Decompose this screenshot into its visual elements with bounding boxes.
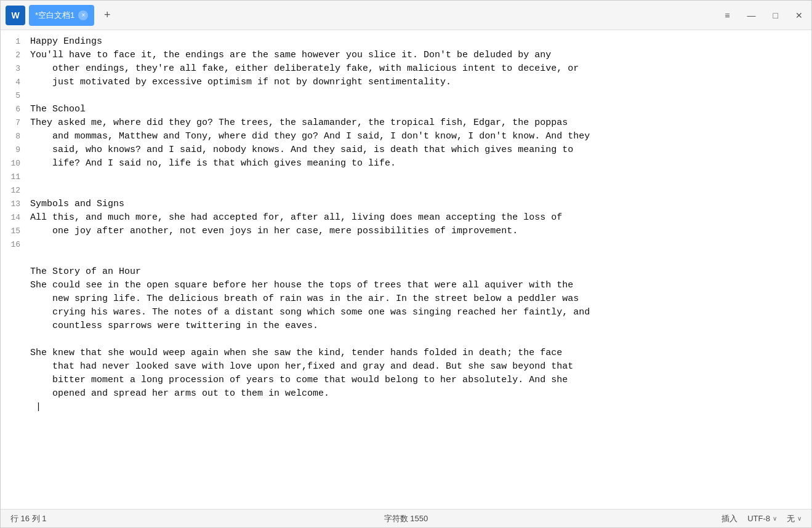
editor-line: Happy Endings xyxy=(30,35,802,49)
status-bar: 行 16 列 1 字符数 1550 插入 UTF-8 ∨ 无 ∨ xyxy=(1,509,811,527)
line-ending-selector[interactable]: 无 ∨ xyxy=(787,513,802,524)
editor-line: You'll have to face it, the endings are … xyxy=(30,49,802,89)
editor-line: They asked me, where did they go? The tr… xyxy=(30,116,802,170)
maximize-button[interactable]: □ xyxy=(770,8,782,23)
line-ending-dropdown-arrow: ∨ xyxy=(797,515,802,522)
editor-line: She could see in the open square before … xyxy=(30,279,802,333)
editor-content[interactable]: Happy EndingsYou'll have to face it, the… xyxy=(25,30,811,509)
line-ending-label: 无 xyxy=(787,513,795,524)
line-number: 1 xyxy=(1,35,25,49)
editor-container: 12345678910111213141516 Happy EndingsYou… xyxy=(1,30,811,509)
app-icon: W xyxy=(6,6,25,25)
editor-line xyxy=(30,333,802,346)
line-number: 16 xyxy=(1,238,25,252)
cursor-position: 行 16 列 1 xyxy=(10,513,274,524)
encoding-label: UTF-8 xyxy=(747,514,770,523)
status-right: 插入 UTF-8 ∨ 无 ∨ xyxy=(538,513,802,524)
active-tab[interactable]: *空白文档1 × xyxy=(29,5,94,26)
editor-line xyxy=(30,170,802,184)
encoding-selector[interactable]: UTF-8 ∨ xyxy=(747,514,777,523)
line-number: 5 xyxy=(1,89,25,103)
editor-line: All this, and much more, she had accepte… xyxy=(30,211,802,238)
char-count: 字符数 1550 xyxy=(274,513,537,524)
title-bar-right: ≡ — □ ✕ xyxy=(721,8,806,23)
line-number: 9 xyxy=(1,143,25,157)
editor-line xyxy=(30,252,802,265)
menu-icon[interactable]: ≡ xyxy=(721,8,733,23)
line-number: 7 xyxy=(1,116,25,130)
main-window: W *空白文档1 × + ≡ — □ ✕ 1234567891011121314… xyxy=(0,0,812,528)
title-bar: W *空白文档1 × + ≡ — □ ✕ xyxy=(1,1,811,30)
encoding-dropdown-arrow: ∨ xyxy=(773,515,777,522)
line-number: 15 xyxy=(1,225,25,238)
line-number: 12 xyxy=(1,184,25,198)
line-number: 6 xyxy=(1,103,25,116)
close-button[interactable]: ✕ xyxy=(792,8,806,23)
editor-line xyxy=(30,401,802,414)
line-number: 14 xyxy=(1,211,25,225)
line-number: 4 xyxy=(1,76,25,89)
tab-label: *空白文档1 xyxy=(35,10,74,21)
line-number: 2 xyxy=(1,49,25,62)
editor-line: The School xyxy=(30,103,802,116)
line-number: 11 xyxy=(1,170,25,184)
line-numbers: 12345678910111213141516 xyxy=(1,30,25,509)
editor-line xyxy=(30,89,802,103)
insert-mode: 插入 xyxy=(722,513,738,524)
title-bar-left: W *空白文档1 × + xyxy=(6,5,721,26)
line-number: 3 xyxy=(1,62,25,76)
tab-close-button[interactable]: × xyxy=(78,10,88,20)
line-number: 10 xyxy=(1,157,25,170)
line-number: 8 xyxy=(1,130,25,143)
editor-line: Symbols and Signs xyxy=(30,198,802,211)
editor-line: She knew that she would weep again when … xyxy=(30,346,802,401)
editor-line: The Story of an Hour xyxy=(30,265,802,279)
minimize-button[interactable]: — xyxy=(744,8,760,23)
editor-line xyxy=(30,184,802,198)
line-number: 13 xyxy=(1,198,25,211)
new-tab-button[interactable]: + xyxy=(98,6,116,25)
editor-line xyxy=(30,238,802,252)
